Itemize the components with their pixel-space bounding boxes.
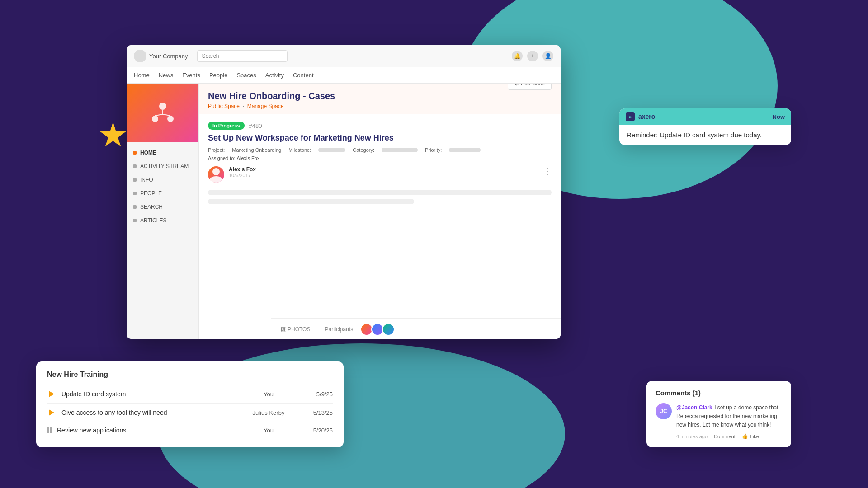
sidebar-info-label: INFO	[140, 177, 153, 183]
svg-point-1	[152, 116, 158, 122]
case-status-row: In Progress #480	[208, 122, 552, 130]
sidebar-item-search[interactable]: SEARCH	[127, 200, 198, 214]
svg-point-7	[210, 176, 222, 183]
nav-home[interactable]: Home	[134, 67, 150, 83]
task-name-1: Update ID card system	[61, 390, 241, 398]
photos-row: 🖼 PHOTOS Participants:	[271, 318, 561, 339]
svg-line-4	[155, 114, 163, 116]
sidebar-search-label: SEARCH	[140, 204, 163, 210]
comment-button[interactable]: Comment	[714, 434, 736, 439]
plus-icon[interactable]: +	[527, 51, 538, 61]
nav-content[interactable]: Content	[293, 67, 314, 83]
task-assignee-3: You	[246, 427, 291, 434]
company-name: Your Company	[149, 53, 188, 60]
thumbs-up-icon: 👍	[742, 433, 748, 439]
play-icon-2	[47, 408, 56, 417]
sidebar-item-home[interactable]: HOME	[127, 146, 198, 160]
participants-label: Participants:	[325, 326, 354, 333]
company-avatar	[134, 50, 146, 62]
brand-name: axero	[638, 113, 655, 120]
browser-window: Your Company 🔔 + 👤 Home News Events Peop…	[127, 45, 561, 339]
assigned-label: Assigned to:	[208, 155, 236, 161]
category-label: Category:	[353, 147, 374, 153]
milestone-value	[318, 148, 345, 152]
sidebar-home-label: HOME	[140, 150, 156, 156]
like-button[interactable]: 👍 Like	[742, 433, 759, 439]
svg-point-6	[212, 168, 220, 175]
space-meta: Public Space · Manage Space	[208, 103, 335, 109]
sidebar-hero-image	[127, 84, 198, 142]
sidebar-item-people[interactable]: PEOPLE	[127, 187, 198, 200]
assigned-row: Assigned to: Alexis Fox	[208, 155, 552, 161]
sidebar: HOME ACTIVITY STREAM INFO PEOPLE SEARCH	[127, 84, 199, 339]
task-date-3: 5/20/25	[297, 427, 333, 434]
assigned-to: Alexis Fox	[237, 155, 260, 161]
author-name: Alexis Fox	[229, 166, 539, 173]
task-name-2: Give access to any tool they will need	[61, 409, 241, 416]
task-date-1: 5/9/25	[297, 391, 333, 398]
case-meta-row: Project: Marketing Onboarding Milestone:…	[208, 147, 552, 153]
nav-spaces[interactable]: Spaces	[236, 67, 256, 83]
sidebar-item-articles[interactable]: ARTICLES	[127, 214, 198, 227]
case-author-section: Alexis Fox 10/6/2017 ⋮	[208, 166, 552, 183]
comment-time: 4 minutes ago	[676, 434, 708, 439]
task-name-3: Review new applications	[57, 427, 241, 434]
user-icon[interactable]: 👤	[542, 51, 553, 61]
space-manage-link[interactable]: Manage Space	[247, 103, 284, 109]
bell-icon[interactable]: 🔔	[512, 51, 523, 61]
add-case-button[interactable]: ⊕ Add Case	[508, 84, 552, 90]
comments-popup: Comments (1) JC @Jason Clark I set up a …	[646, 381, 791, 447]
comment-content: @Jason Clark I set up a demo space that …	[676, 403, 782, 439]
case-number: #480	[249, 122, 262, 129]
priority-label: Priority:	[425, 147, 442, 153]
participant-3	[382, 323, 395, 336]
sidebar-activity-label: ACTIVITY STREAM	[140, 163, 189, 169]
project-label: Project:	[208, 147, 225, 153]
case-detail: In Progress #480 Set Up New Workspace fo…	[199, 114, 561, 215]
training-list: Update ID card system You 5/9/25 Give ac…	[47, 385, 333, 438]
training-title: New Hire Training	[47, 371, 333, 379]
sidebar-nav: HOME ACTIVITY STREAM INFO PEOPLE SEARCH	[127, 142, 198, 231]
plus-icon: ⊕	[514, 84, 519, 87]
play-icon-1	[47, 389, 56, 399]
sidebar-item-info[interactable]: INFO	[127, 173, 198, 187]
author-info: Alexis Fox 10/6/2017	[229, 166, 539, 178]
notification-message: Reminder: Update ID card system due toda…	[619, 125, 791, 145]
task-assignee-2: Julius Kerby	[246, 409, 291, 416]
axero-logo: a	[626, 112, 635, 121]
nav-news[interactable]: News	[159, 67, 174, 83]
content-line-2	[208, 199, 414, 204]
photos-label[interactable]: 🖼 PHOTOS	[280, 326, 310, 333]
svg-point-0	[159, 103, 166, 110]
comment-author-name: @Jason Clark	[676, 404, 712, 411]
sidebar-item-activity-stream[interactable]: ACTIVITY STREAM	[127, 160, 198, 173]
author-date: 10/6/2017	[229, 173, 539, 178]
nav-events[interactable]: Events	[182, 67, 200, 83]
sidebar-people-label: PEOPLE	[140, 190, 162, 197]
nav-people[interactable]: People	[209, 67, 227, 83]
search-input[interactable]	[197, 50, 288, 62]
space-public-label: Public Space	[208, 103, 240, 109]
nav-activity[interactable]: Activity	[265, 67, 284, 83]
pause-icon-3	[47, 427, 52, 433]
task-assignee-1: You	[246, 391, 291, 398]
people-dot	[133, 192, 137, 195]
task-date-2: 5/13/25	[297, 409, 333, 416]
space-title: New Hire Onboarding - Cases	[208, 91, 335, 101]
top-bar-icons: 🔔 + 👤	[512, 51, 553, 61]
search-dot	[133, 205, 137, 209]
comment-author-avatar: JC	[656, 403, 672, 419]
milestone-label: Milestone:	[288, 147, 311, 153]
case-title: Set Up New Workspace for Marketing New H…	[208, 133, 552, 143]
articles-dot	[133, 219, 137, 222]
search-bar[interactable]	[197, 50, 288, 62]
priority-value	[449, 148, 481, 152]
notification-time: Now	[773, 113, 785, 120]
training-popup: New Hire Training Update ID card system …	[36, 361, 344, 447]
participant-avatars	[360, 323, 395, 336]
notification-popup: a axero Now Reminder: Update ID card sys…	[619, 108, 791, 145]
content-line-1	[208, 190, 552, 195]
comments-title: Comments (1)	[656, 389, 782, 397]
photos-icon: 🖼	[280, 326, 286, 333]
more-options-icon[interactable]: ⋮	[543, 166, 552, 176]
